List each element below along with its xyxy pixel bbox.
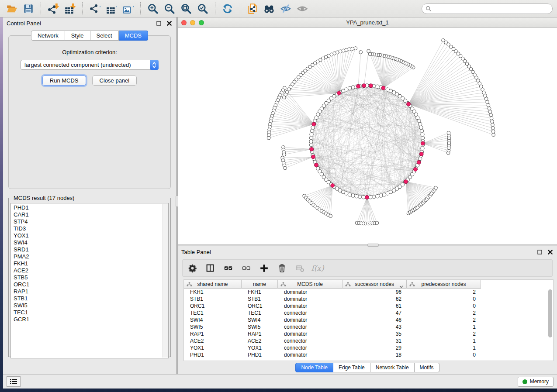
network-node[interactable]	[491, 127, 495, 130]
table-row[interactable]: ACE2ACE2connector311	[184, 337, 553, 344]
table-scrollbar[interactable]	[548, 289, 552, 337]
result-node[interactable]: SWI4	[14, 239, 168, 246]
mcds-result-list[interactable]: PHD1CAR1STP4TID3YOX1SWI4SRD1PMA2FKH1ACE2…	[10, 203, 169, 358]
network-node[interactable]	[376, 85, 379, 88]
mcds-node[interactable]	[310, 147, 314, 151]
show-columns-button[interactable]	[205, 263, 215, 273]
network-node[interactable]	[282, 96, 286, 99]
network-node[interactable]	[348, 193, 351, 196]
zoom-selected-button[interactable]	[195, 2, 210, 16]
network-node[interactable]	[419, 126, 423, 129]
close-panel-icon[interactable]	[547, 248, 554, 255]
network-node[interactable]	[309, 143, 313, 147]
result-node[interactable]: SWI5	[14, 302, 168, 309]
column-header-successor-nodes[interactable]: successor nodes	[343, 280, 407, 289]
result-node[interactable]: YOX1	[14, 232, 168, 239]
close-panel-icon[interactable]	[166, 20, 173, 27]
result-node[interactable]: STB5	[14, 274, 168, 281]
network-node[interactable]	[484, 97, 488, 101]
network-node[interactable]	[447, 131, 450, 134]
hide-panels-button[interactable]	[278, 2, 293, 16]
network-node[interactable]	[490, 117, 493, 120]
tab-style[interactable]: Style	[65, 31, 90, 41]
mcds-node[interactable]	[407, 102, 411, 106]
table-row[interactable]: RAP1RAP1dominator352	[184, 330, 553, 337]
delete-table-button[interactable]	[294, 263, 305, 273]
clone-network-button[interactable]	[245, 2, 260, 16]
result-node[interactable]: SRD1	[14, 246, 168, 253]
find-network-button[interactable]	[262, 2, 277, 16]
network-node[interactable]	[488, 110, 492, 113]
network-node[interactable]	[311, 126, 315, 129]
result-node[interactable]: PHD1	[14, 204, 168, 211]
network-node[interactable]	[329, 214, 332, 218]
network-node[interactable]	[419, 157, 422, 161]
network-node[interactable]	[309, 136, 313, 140]
table-row[interactable]: TEC1TEC1connector472	[184, 309, 553, 316]
network-node[interactable]	[376, 195, 379, 198]
mcds-node[interactable]	[331, 184, 335, 188]
network-node[interactable]	[351, 47, 354, 51]
network-node[interactable]	[372, 195, 376, 199]
delete-columns-button[interactable]	[277, 263, 287, 273]
network-node[interactable]	[310, 133, 313, 136]
result-node[interactable]: FKH1	[14, 260, 168, 267]
network-node[interactable]	[362, 196, 365, 199]
network-node[interactable]	[368, 52, 372, 56]
network-node[interactable]	[419, 122, 422, 126]
result-node[interactable]: CAR1	[14, 211, 168, 218]
export-table-button[interactable]	[104, 2, 119, 16]
export-image-button[interactable]	[121, 2, 135, 16]
run-mcds-button[interactable]: Run MCDS	[42, 76, 86, 86]
network-node[interactable]	[345, 192, 348, 195]
mcds-node[interactable]	[417, 161, 421, 165]
mcds-node[interactable]	[311, 155, 315, 159]
float-panel-icon[interactable]	[155, 20, 162, 27]
show-panels-button[interactable]	[295, 2, 310, 16]
result-list-scrollbar[interactable]	[163, 204, 168, 358]
mcds-node[interactable]	[337, 91, 341, 95]
function-builder-button[interactable]: f(x)	[312, 263, 323, 273]
node-table[interactable]: shared namenameMCDS rolesuccessor nodesp…	[183, 279, 554, 361]
network-node[interactable]	[434, 186, 438, 189]
import-table-button[interactable]	[62, 2, 77, 16]
result-node[interactable]: GCR1	[14, 316, 168, 323]
table-row[interactable]: PHD1PHD1dominator180	[184, 351, 553, 358]
table-options-button[interactable]	[187, 263, 197, 273]
network-node[interactable]	[359, 51, 363, 54]
column-header-MCDS-role[interactable]: MCDS role	[278, 280, 343, 289]
table-row[interactable]: SWI5SWI5connector431	[184, 323, 553, 330]
result-node[interactable]: RAP1	[14, 288, 168, 295]
open-session-button[interactable]	[4, 2, 19, 16]
network-graph[interactable]	[178, 28, 555, 244]
network-node[interactable]	[351, 194, 355, 197]
optimization-criterion-select[interactable]: largest connected component (undirected)	[21, 60, 159, 70]
tab-mcds[interactable]: MCDS	[119, 31, 148, 41]
network-node[interactable]	[386, 88, 389, 91]
tab-network[interactable]: Network	[31, 31, 65, 41]
mcds-node[interactable]	[315, 163, 318, 167]
table-row[interactable]: SWI4SWI4dominator462	[184, 316, 553, 323]
network-node[interactable]	[367, 49, 370, 53]
network-node[interactable]	[420, 129, 424, 133]
tab-select[interactable]: Select	[90, 31, 119, 41]
network-node[interactable]	[355, 195, 358, 198]
network-node[interactable]	[358, 195, 362, 199]
deselect-all-button[interactable]	[241, 263, 251, 273]
mcds-node[interactable]	[312, 122, 316, 126]
column-header-predecessor-nodes[interactable]: predecessor nodes	[407, 280, 481, 289]
network-canvas[interactable]	[178, 28, 557, 244]
network-node[interactable]	[487, 103, 490, 107]
select-all-button[interactable]	[223, 263, 233, 273]
network-node[interactable]	[379, 194, 383, 197]
network-node[interactable]	[488, 107, 491, 110]
result-node[interactable]: STP4	[14, 218, 168, 225]
network-node[interactable]	[491, 123, 495, 127]
result-node[interactable]: TEC1	[14, 309, 168, 316]
result-node[interactable]: TID3	[14, 225, 168, 232]
result-node[interactable]: ORC1	[14, 281, 168, 288]
mcds-node[interactable]	[419, 152, 423, 156]
save-session-button[interactable]	[21, 2, 36, 16]
tab-network-table[interactable]: Network Table	[370, 363, 415, 372]
import-network-button[interactable]	[46, 2, 61, 16]
